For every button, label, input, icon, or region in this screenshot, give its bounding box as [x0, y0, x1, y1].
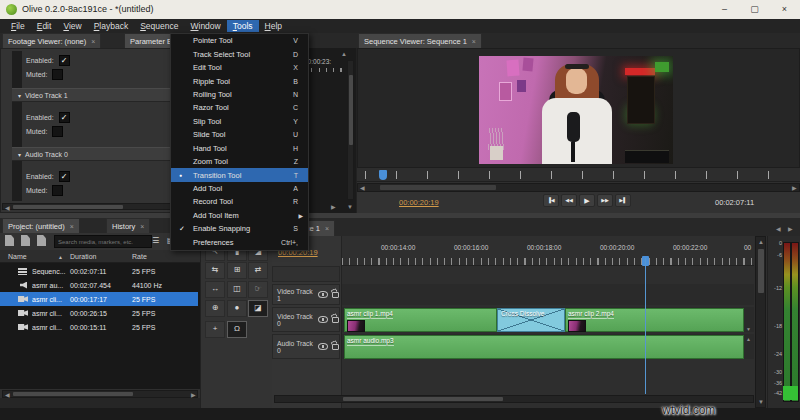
track-visibility-icon[interactable]: [318, 291, 327, 298]
track-visibility-icon[interactable]: [318, 316, 327, 323]
open-project-icon[interactable]: [21, 235, 30, 246]
menu-item-edit-tool[interactable]: Edit Tool X: [171, 61, 308, 74]
close-icon[interactable]: ×: [70, 223, 74, 230]
menu-item-slide-tool[interactable]: Slide Tool U: [171, 128, 308, 141]
track-visibility-icon[interactable]: [318, 343, 327, 350]
project-row-audio[interactable]: asmr au... 00:02:07.454 44100 Hz: [0, 278, 198, 292]
snapping-toggle-button[interactable]: Ω: [227, 321, 247, 338]
track-header-audio-0[interactable]: Audio Track 0: [272, 334, 340, 359]
track-lock-icon[interactable]: [332, 292, 339, 298]
column-rate[interactable]: Rate: [132, 253, 147, 260]
viewer-playhead-marker[interactable]: [379, 170, 387, 180]
fast-forward-button[interactable]: ▶▶: [597, 194, 613, 207]
viewer-hscrollbar[interactable]: ◀ ▶: [357, 183, 800, 192]
enabled-checkbox[interactable]: ✓: [59, 55, 70, 66]
menu-item-enable-snapping[interactable]: ✓ Enable Snapping S: [171, 222, 308, 235]
scrollbar-handle[interactable]: [349, 75, 353, 145]
menu-view[interactable]: View: [57, 20, 87, 32]
scrollbar-handle[interactable]: [13, 392, 133, 396]
menu-tools[interactable]: Tools: [227, 20, 259, 32]
track-select-tool-button[interactable]: ◫: [227, 281, 247, 298]
close-button[interactable]: ×: [778, 3, 791, 16]
clip-audio[interactable]: asmr audio.mp3: [344, 335, 744, 359]
enabled-checkbox[interactable]: ✓: [59, 171, 70, 182]
enabled-checkbox[interactable]: ✓: [59, 112, 70, 123]
scrollbar-handle[interactable]: [380, 185, 496, 190]
menu-item-transition-tool[interactable]: ● Transition Tool T: [171, 168, 308, 181]
save-project-icon[interactable]: [37, 235, 46, 246]
scrollbar-handle[interactable]: [758, 249, 764, 293]
menu-file[interactable]: File: [5, 20, 31, 32]
menu-edit[interactable]: Edit: [31, 20, 58, 32]
tab-scroll-right-icon[interactable]: ▶: [788, 226, 793, 232]
menu-item-slip-tool[interactable]: Slip Tool Y: [171, 115, 308, 128]
search-input[interactable]: [54, 235, 152, 248]
maximize-button[interactable]: ▢: [748, 3, 761, 16]
clip-video-1[interactable]: asmr clip 1.mp4: [344, 308, 497, 332]
scrollbar-handle[interactable]: [13, 205, 123, 209]
rewind-button[interactable]: ◀◀: [561, 194, 577, 207]
close-icon[interactable]: ×: [472, 38, 476, 45]
tab-footage-viewer[interactable]: Footage Viewer: (none) ×: [2, 33, 101, 48]
muted-checkbox[interactable]: [52, 126, 63, 137]
keyframe-vscrollbar[interactable]: [347, 60, 354, 200]
minimize-button[interactable]: –: [718, 3, 731, 16]
track-grow-icon[interactable]: ▲: [746, 336, 751, 342]
muted-checkbox[interactable]: [52, 185, 63, 196]
scroll-down-icon[interactable]: ▼: [347, 204, 353, 210]
close-icon[interactable]: ×: [140, 223, 144, 230]
lane-video-1[interactable]: [342, 284, 754, 305]
scroll-right-icon[interactable]: ▶: [331, 204, 336, 210]
menu-item-add-tool-item[interactable]: Add Tool Item ▶: [171, 209, 308, 222]
menu-item-zoom-tool[interactable]: Zoom Tool Z: [171, 155, 308, 168]
column-name[interactable]: Name: [8, 253, 27, 260]
track-lock-icon[interactable]: [332, 317, 339, 323]
menu-sequence[interactable]: Sequence: [134, 20, 184, 32]
menu-item-record-tool[interactable]: Record Tool R: [171, 195, 308, 208]
track-header-video-1[interactable]: Video Track 1: [272, 284, 340, 305]
project-hscrollbar[interactable]: ◀ ▶: [2, 390, 198, 398]
track-header-video-0[interactable]: Video Track 0: [272, 307, 340, 332]
transition-tool-button[interactable]: ◪: [248, 300, 268, 317]
slide-tool-button[interactable]: ⇄: [248, 262, 268, 279]
menu-playback[interactable]: Playback: [88, 20, 135, 32]
timeline-hscrollbar[interactable]: [274, 395, 754, 403]
menu-help[interactable]: Help: [259, 20, 288, 32]
menu-item-pointer-tool[interactable]: Pointer Tool V: [171, 34, 308, 47]
tab-scroll-left-icon[interactable]: ◀: [776, 226, 781, 232]
clip-video-2[interactable]: asmr clip 2.mp4: [565, 308, 744, 332]
close-icon[interactable]: ×: [91, 38, 95, 45]
menu-item-add-tool[interactable]: Add Tool A: [171, 182, 308, 195]
record-tool-button[interactable]: ●: [227, 300, 247, 317]
scroll-up-icon[interactable]: ▲: [341, 51, 347, 57]
project-row-video-selected[interactable]: asmr cli... 00:00:17:17 25 FPS: [0, 292, 198, 306]
rolling-tool-button[interactable]: ⊞: [227, 262, 247, 279]
muted-checkbox[interactable]: [52, 69, 63, 80]
slip-tool-button[interactable]: ↔: [205, 281, 225, 298]
column-duration[interactable]: Duration: [70, 253, 96, 260]
track-lock-icon[interactable]: [332, 344, 339, 350]
play-button[interactable]: ▶: [579, 194, 595, 207]
add-tool-button[interactable]: +: [205, 321, 225, 338]
project-row-sequence[interactable]: Sequenc... 00:02:07:11 25 FPS: [0, 264, 198, 278]
go-to-start-button[interactable]: ▐◀: [543, 194, 559, 207]
menu-item-preferences[interactable]: Preferences Ctrl+,: [171, 236, 308, 249]
timeline-ruler[interactable]: 00:00:14:00 00:00:16:00 00:00:18:00 00:0…: [342, 236, 754, 266]
scrollbar-handle[interactable]: [343, 397, 503, 401]
menu-window[interactable]: Window: [184, 20, 226, 32]
project-row-video[interactable]: asmr cli... 00:00:15:11 25 FPS: [0, 320, 198, 334]
project-row-video[interactable]: asmr cli... 00:00:26:15 25 FPS: [0, 306, 198, 320]
viewer-current-timecode[interactable]: 00:00:20:19: [399, 198, 439, 207]
menu-item-ripple-tool[interactable]: Ripple Tool B: [171, 74, 308, 87]
hand-tool-button[interactable]: ☞: [248, 281, 268, 298]
ripple-tool-button[interactable]: ⇆: [205, 262, 225, 279]
tab-sequence-viewer[interactable]: Sequence Viewer: Sequence 1 ×: [358, 33, 482, 48]
scroll-right-icon[interactable]: ▶: [792, 185, 797, 191]
zoom-tool-button[interactable]: ⊕: [205, 300, 225, 317]
viewer-ruler[interactable]: [357, 168, 800, 182]
track-shrink-icon[interactable]: ▼: [746, 326, 751, 332]
go-to-end-button[interactable]: ▶▌: [615, 194, 631, 207]
tab-history[interactable]: History ×: [106, 218, 150, 233]
tab-project[interactable]: Project: (untitled) ×: [2, 218, 80, 233]
scroll-left-icon[interactable]: ◀: [360, 185, 365, 191]
